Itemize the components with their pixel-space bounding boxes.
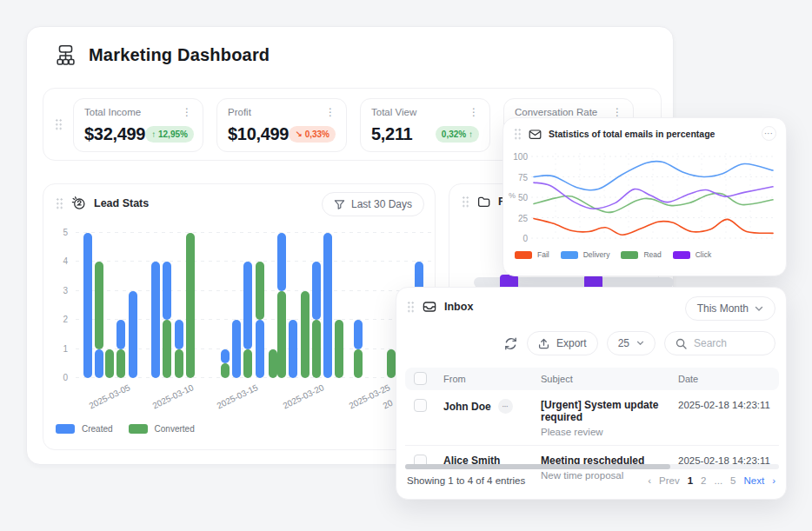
chart-gridline	[76, 261, 431, 262]
pagination-next[interactable]: Next	[744, 475, 765, 486]
drag-handle-icon[interactable]	[462, 196, 469, 208]
legend-label: Converted	[155, 424, 195, 434]
bar-segment-created	[95, 349, 103, 378]
pagination-prev-arrow[interactable]: ‹	[648, 475, 651, 486]
x-tick-label: 2025-03-05	[88, 382, 132, 410]
bar-segment-converted	[175, 349, 183, 378]
legend-item: Converted	[129, 424, 195, 434]
bar-segment-converted	[105, 349, 114, 378]
period-select-value: This Month	[697, 302, 749, 315]
table-scrollbar-track[interactable]	[405, 464, 779, 469]
period-select[interactable]: This Month	[685, 296, 775, 321]
table-scrollbar-thumb[interactable]	[405, 464, 670, 469]
search-input[interactable]	[694, 337, 769, 349]
lead-stats-card: Lead Stats Last 30 Days CreatedConverted…	[43, 183, 436, 450]
trend-badge: 0,32% ↑	[436, 126, 479, 143]
legend-label: Created	[82, 424, 113, 434]
legend-swatch	[515, 251, 532, 259]
stat-label: Total View	[371, 107, 416, 117]
email-chart-svg	[531, 151, 775, 242]
card-title: Statistics of total emails in percentage	[549, 129, 715, 139]
legend-item: Read	[621, 250, 661, 259]
pagination-next-arrow[interactable]: ›	[772, 475, 775, 486]
inbox-toolbar: Export 25	[503, 331, 775, 355]
page-size-value: 25	[618, 337, 629, 349]
subject-title: [Urgent] System update required	[541, 399, 678, 423]
bar-segment-created	[175, 320, 183, 348]
pagination-prev[interactable]: Prev	[659, 475, 680, 486]
bar-segment-created	[354, 320, 363, 348]
chevron-down-icon	[636, 341, 644, 346]
date-filter-label: Last 30 Days	[351, 198, 412, 210]
export-button[interactable]: Export	[527, 331, 598, 355]
dashboard-header: Marketing Dashboard	[53, 43, 270, 68]
kebab-menu-icon[interactable]	[469, 108, 479, 116]
inbox-card: Inbox This Month	[396, 287, 787, 500]
pagination-page[interactable]: 2	[701, 475, 706, 486]
upload-icon	[538, 338, 549, 349]
lead-stats-icon	[71, 196, 86, 210]
email-stats-card: Statistics of total emails in percentage…	[503, 117, 787, 276]
stat-card-profit: Profit $10,499 ↘ 0,33%	[216, 98, 347, 152]
export-label: Export	[556, 337, 587, 349]
drag-handle-icon[interactable]	[407, 301, 415, 313]
bar-segment-created	[83, 233, 92, 378]
row-menu-icon[interactable]	[498, 399, 513, 414]
x-tick-label: 2025-03-10	[151, 382, 196, 410]
stat-card-total-income: Total Income $32,499 ↑ 12,95%	[73, 98, 203, 152]
stat-label: Conversation Rate	[515, 107, 597, 117]
bar-segment-converted	[186, 233, 195, 378]
kebab-menu-icon[interactable]	[612, 108, 622, 116]
bar-segment-converted	[243, 349, 252, 378]
date-cell: 2025-02-18 14:23:11	[678, 399, 779, 410]
kebab-menu-icon[interactable]	[182, 108, 192, 116]
legend-label: Read	[643, 250, 661, 259]
date-filter-button[interactable]: Last 30 Days	[322, 192, 424, 216]
email-legend: FailDeliveryReadClick	[515, 250, 711, 259]
pagination-page[interactable]: 5	[730, 475, 735, 486]
pagination-ellipsis[interactable]: ...	[715, 475, 723, 486]
y-tick-label: 25	[512, 214, 528, 223]
table-row[interactable]: John Doe[Urgent] System update requiredP…	[405, 390, 779, 446]
legend-label: Click	[696, 250, 711, 259]
y-tick-label: 0	[512, 234, 528, 243]
refresh-icon[interactable]	[503, 336, 518, 351]
y-tick-label: 75	[512, 173, 528, 183]
drag-handle-icon[interactable]	[55, 118, 63, 130]
bar-segment-converted	[301, 291, 309, 378]
subject-preview: Please review	[541, 427, 678, 437]
legend-swatch	[56, 424, 75, 434]
y-tick-label: 3	[50, 286, 68, 295]
select-all-checkbox[interactable]	[414, 372, 427, 385]
drag-handle-icon[interactable]	[514, 128, 522, 140]
lead-stats-chart	[76, 233, 431, 378]
card-title: Lead Stats	[94, 197, 149, 209]
bar-segment-created	[129, 291, 137, 378]
from-cell: John Doe	[443, 399, 541, 414]
x-tick-label: 2025-03-15	[216, 382, 260, 410]
entries-summary: Showing 1 to 4 of 4 entries	[407, 475, 525, 486]
trend-badge: ↘ 0,33%	[289, 126, 336, 143]
x-tick-label: 20	[382, 398, 395, 411]
bar-segment-converted	[116, 349, 125, 378]
stat-label: Total Income	[84, 107, 141, 117]
page-size-select[interactable]: 25	[607, 331, 656, 355]
pagination-page[interactable]: 1	[688, 475, 693, 486]
more-menu-icon[interactable]	[762, 126, 776, 141]
drag-handle-icon[interactable]	[56, 197, 63, 209]
search-box[interactable]	[664, 331, 775, 355]
kebab-menu-icon[interactable]	[325, 108, 336, 116]
bar-segment-created	[232, 320, 241, 378]
bar-segment-created	[256, 320, 264, 378]
card-title: Inbox	[444, 301, 473, 313]
bar-segment-created	[163, 262, 171, 320]
y-tick-label: 0	[50, 373, 68, 382]
chart-gridline	[76, 232, 431, 233]
inbox-icon	[423, 301, 436, 313]
bar-segment-converted	[335, 320, 343, 378]
bar-segment-created	[151, 262, 160, 378]
bar-segment-converted	[95, 262, 103, 348]
row-checkbox[interactable]	[414, 399, 427, 412]
stat-value: $10,499	[228, 124, 289, 144]
page-title: Marketing Dashboard	[89, 45, 270, 65]
